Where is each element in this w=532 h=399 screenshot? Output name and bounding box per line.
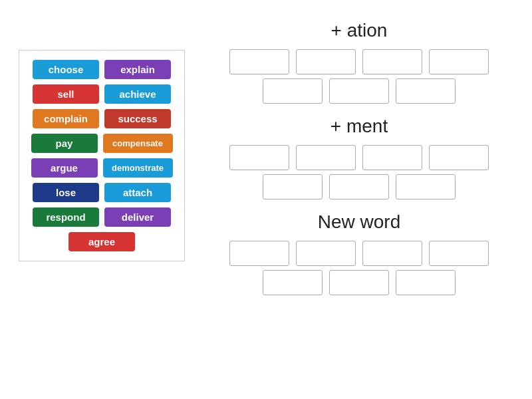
word-row: agree [26,232,178,251]
drop-row [200,145,519,170]
drop-box[interactable] [362,145,422,170]
section-title-1: + ment [200,116,519,137]
word-button-compensate[interactable]: compensate [103,134,173,153]
drop-box[interactable] [296,145,356,170]
drop-grid-1 [200,145,519,200]
drop-box[interactable] [362,241,422,266]
drop-box[interactable] [263,270,323,295]
drop-box[interactable] [362,49,422,74]
word-button-deliver[interactable]: deliver [104,207,171,227]
drop-grid-0 [200,49,519,104]
drop-box[interactable] [429,241,489,266]
word-button-demonstrate[interactable]: demonstrate [103,158,173,178]
drop-box[interactable] [263,78,323,104]
drop-row [200,241,519,266]
right-panel: + ation+ mentNew word [200,20,519,307]
drop-box[interactable] [296,241,356,266]
drop-row [200,174,519,200]
drop-box[interactable] [329,78,389,104]
drop-box[interactable] [329,174,389,200]
drop-box[interactable] [429,145,489,170]
drop-box[interactable] [329,270,389,295]
drop-box[interactable] [229,145,289,170]
drop-box[interactable] [229,49,289,74]
drop-row [200,78,519,104]
drop-box[interactable] [229,241,289,266]
section-title-0: + ation [200,20,519,41]
drop-box[interactable] [263,174,323,200]
drop-box[interactable] [396,174,456,200]
word-button-respond[interactable]: respond [33,207,99,227]
drop-box[interactable] [296,49,356,74]
word-row: arguedemonstrate [26,158,178,178]
word-button-agree[interactable]: agree [68,232,135,251]
word-button-achieve[interactable]: achieve [104,84,171,104]
word-row: paycompensate [26,134,178,153]
word-button-pay[interactable]: pay [31,134,98,153]
drop-box[interactable] [396,270,456,295]
word-bank: chooseexplainsellachievecomplainsuccessp… [19,50,185,261]
word-row: responddeliver [26,207,178,227]
word-row: complainsuccess [26,109,178,128]
word-row: loseattach [26,183,178,202]
drop-box[interactable] [429,49,489,74]
word-button-lose[interactable]: lose [33,183,99,202]
word-button-attach[interactable]: attach [104,183,171,202]
drop-grid-2 [200,241,519,295]
word-row: sellachieve [26,84,178,104]
section-title-2: New word [200,211,519,233]
word-button-sell[interactable]: sell [33,84,99,104]
drop-box[interactable] [396,78,456,104]
drop-row [200,270,519,295]
word-button-complain[interactable]: complain [33,109,99,128]
word-row: chooseexplain [26,60,178,79]
word-button-choose[interactable]: choose [33,60,99,79]
word-button-argue[interactable]: argue [31,158,98,178]
word-button-explain[interactable]: explain [104,60,171,79]
word-button-success[interactable]: success [104,109,171,128]
drop-row [200,49,519,74]
